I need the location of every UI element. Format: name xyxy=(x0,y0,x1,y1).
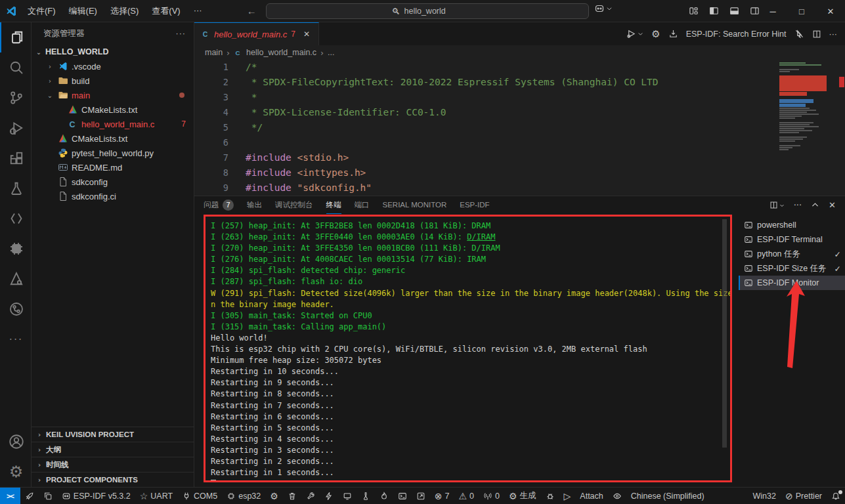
tab-close-icon[interactable]: ✕ xyxy=(303,30,310,39)
minimize-button[interactable]: ─ xyxy=(758,0,787,22)
command-center[interactable]: 🔍︎ xyxy=(266,3,589,19)
menu-item-2[interactable]: 选择(S) xyxy=(105,3,144,20)
status-left-terminal[interactable] xyxy=(393,488,412,504)
terminal-split-icon[interactable] xyxy=(769,201,785,209)
status-left-gear[interactable]: ⚙ xyxy=(265,488,283,504)
menu-item-3[interactable]: 查看(V) xyxy=(146,3,185,20)
terminal-list-item-1[interactable]: ESP-IDF Terminal xyxy=(739,232,845,247)
status-left-0[interactable]: 0 xyxy=(479,488,504,504)
run-menu-icon[interactable] xyxy=(626,29,643,39)
activity-explorer[interactable] xyxy=(0,22,31,52)
panel-tab-2[interactable]: 调试控制台 xyxy=(275,196,313,214)
status-left-eye[interactable] xyxy=(608,488,626,504)
terminal-list-item-4[interactable]: ESP-IDF Monitor xyxy=(739,276,845,290)
panel-tab-5[interactable]: SERIAL MONITOR xyxy=(383,196,447,214)
remote-indicator[interactable]: >< xyxy=(0,488,20,504)
activity-cmake[interactable] xyxy=(0,264,31,294)
settings-gear-icon[interactable]: ⚙ xyxy=(651,28,660,40)
breadcrumb-item[interactable]: hello_world_main.c xyxy=(246,48,316,57)
status-left-uart[interactable]: ☆UART xyxy=(135,488,177,504)
panel-tab-3[interactable]: 终端 xyxy=(326,196,341,214)
tree-item-sdkconfig-ci[interactable]: sdkconfig.ci xyxy=(32,189,194,203)
status-left-flame[interactable] xyxy=(375,488,393,504)
tree-item-pytest-hello-world-py[interactable]: pytest_hello_world.py xyxy=(32,146,194,160)
search-input[interactable] xyxy=(404,7,464,16)
activity-account[interactable] xyxy=(0,427,31,457)
status-left-rocket[interactable] xyxy=(20,488,39,504)
panel-tab-4[interactable]: 端口 xyxy=(355,196,370,214)
status-left-生成[interactable]: ⚙生成 xyxy=(504,488,541,504)
status-left-export[interactable] xyxy=(412,488,430,504)
menu-item-0[interactable]: 文件(F) xyxy=(22,3,61,20)
tree-item--vscode[interactable]: ›.vscode xyxy=(32,59,194,74)
activity-search[interactable] xyxy=(0,52,31,83)
breadcrumb[interactable]: main›Chello_world_main.c›... xyxy=(194,45,845,60)
minimap[interactable] xyxy=(779,62,834,151)
status-left-wrench[interactable] xyxy=(301,488,320,504)
tree-item-cmakelists-txt[interactable]: CMakeLists.txt xyxy=(32,102,194,117)
nav-back-icon[interactable]: ← xyxy=(247,5,257,16)
status-left-com5[interactable]: COM5 xyxy=(177,488,222,504)
status-left-chinese-simplified-[interactable]: Chinese (Simplified) xyxy=(626,488,709,504)
breadcrumb-item[interactable]: main xyxy=(205,48,223,57)
terminal-list-item-2[interactable]: python 任务✓ xyxy=(739,247,845,261)
install-icon[interactable] xyxy=(668,29,678,39)
panel-more-icon[interactable]: ··· xyxy=(794,200,802,210)
activity-testing[interactable] xyxy=(0,173,31,203)
section-3[interactable]: ›PROJECT COMPONENTS xyxy=(32,472,194,487)
tab-hello-world-main[interactable]: C hello_world_main.c 7 ✕ xyxy=(194,22,319,45)
status-left-attach[interactable]: Attach xyxy=(575,488,607,504)
copilot-menu[interactable] xyxy=(594,3,613,14)
status-left-bolt[interactable] xyxy=(320,488,338,504)
activity-settings[interactable]: ⚙ xyxy=(0,457,31,487)
terminal-scrollbar[interactable] xyxy=(722,219,727,448)
maximize-button[interactable]: □ xyxy=(787,0,816,22)
status-left-esp32[interactable]: esp32 xyxy=(222,488,265,504)
terminal-link[interactable]: D/IRAM xyxy=(467,232,495,242)
menu-item-1[interactable]: 编辑(E) xyxy=(64,3,102,20)
activity-brackets[interactable] xyxy=(0,203,31,234)
status-right-win32[interactable]: Win32 xyxy=(748,488,781,504)
activity-project[interactable] xyxy=(0,294,31,324)
menu-item-4[interactable]: ··· xyxy=(188,3,207,20)
panel-tab-0[interactable]: 问题7 xyxy=(204,196,234,214)
status-left-copy[interactable] xyxy=(39,488,57,504)
tree-item-hello-world-main-c[interactable]: Chello_world_main.c7 xyxy=(32,117,194,131)
explorer-more-icon[interactable]: ··· xyxy=(176,29,186,38)
tree-root-hello-world[interactable]: ⌄ HELLO_WORLD xyxy=(32,45,194,59)
status-left-7[interactable]: ⊗7 xyxy=(430,488,454,504)
status-left-play[interactable]: ▷ xyxy=(559,488,576,504)
section-2[interactable]: ›时间线 xyxy=(32,457,194,472)
close-window-button[interactable]: ✕ xyxy=(816,0,845,22)
toggle-sidebar-icon[interactable] xyxy=(709,6,719,16)
breadcrumb-item[interactable]: ... xyxy=(328,48,334,57)
terminal-view[interactable]: I (257) heap_init: At 3FFB2BE8 len 0002D… xyxy=(194,214,739,487)
split-editor-icon[interactable] xyxy=(812,30,821,39)
tree-item-cmakelists-txt[interactable]: CMakeLists.txt xyxy=(32,131,194,146)
status-left-monitor[interactable] xyxy=(338,488,357,504)
panel-tab-6[interactable]: ESP-IDF xyxy=(460,196,489,214)
activity-run-debug[interactable] xyxy=(0,113,31,143)
tree-item-main[interactable]: ⌄main xyxy=(32,88,194,102)
panel-close-icon[interactable]: ✕ xyxy=(829,200,836,210)
status-left-0[interactable]: ⚠0 xyxy=(454,488,479,504)
tree-item-build[interactable]: ›build xyxy=(32,74,194,88)
activity-more[interactable]: ··· xyxy=(0,324,31,354)
status-right-prettier[interactable]: ⊘Prettier xyxy=(781,488,827,504)
section-0[interactable]: ›KEIL UVISION PROJECT xyxy=(32,427,194,442)
pointer-off-icon[interactable] xyxy=(794,29,804,39)
panel-tab-1[interactable]: 输出 xyxy=(247,196,262,214)
tree-item-readme-md[interactable]: README.md xyxy=(32,160,194,175)
terminal-list-item-3[interactable]: ESP-IDF Size 任务✓ xyxy=(739,261,845,276)
section-1[interactable]: ›大纲 xyxy=(32,442,194,457)
customize-layout-icon[interactable] xyxy=(689,6,699,16)
tree-item-sdkconfig[interactable]: sdkconfig xyxy=(32,175,194,189)
status-left-esp-idf-v5-3-2[interactable]: ESP-IDF v5.3.2 xyxy=(57,488,135,504)
status-right-bell[interactable] xyxy=(827,488,845,504)
editor-more-icon[interactable]: ··· xyxy=(829,30,838,39)
terminal-list-item-0[interactable]: powershell xyxy=(739,218,845,232)
panel-maximize-icon[interactable] xyxy=(811,201,819,209)
toggle-panel-icon[interactable] xyxy=(729,6,739,16)
activity-source-control[interactable] xyxy=(0,83,31,113)
status-left-flask[interactable] xyxy=(357,488,375,504)
